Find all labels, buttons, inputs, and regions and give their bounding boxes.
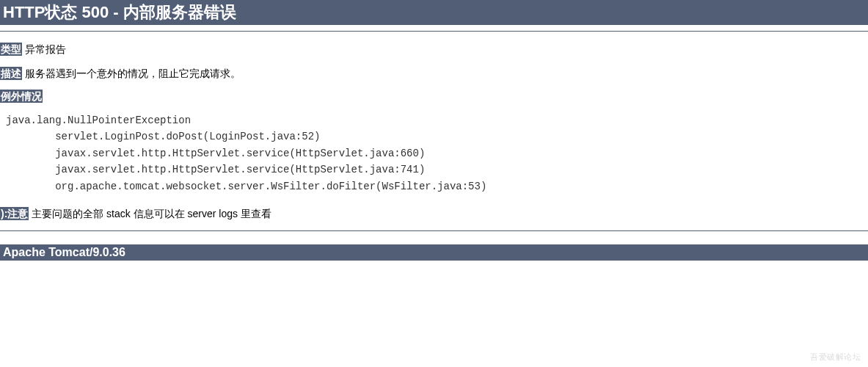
note-label: ):注意: [0, 207, 29, 220]
description-row: 描述 服务器遇到一个意外的情况，阻止它完成请求。: [0, 66, 868, 81]
type-label: 类型: [0, 43, 22, 56]
divider-bottom: [0, 230, 868, 231]
note-row: ):注意 主要问题的全部 stack 信息可以在 server logs 里查看: [0, 206, 868, 222]
server-footer: Apache Tomcat/9.0.36: [0, 244, 868, 261]
exception-section: 例外情况: [0, 90, 868, 103]
type-value: 异常报告: [25, 43, 66, 55]
divider-top: [0, 31, 868, 32]
page-title: HTTP状态 500 - 内部服务器错误: [0, 0, 868, 25]
type-row: 类型 异常报告: [0, 42, 868, 57]
note-value: 主要问题的全部 stack 信息可以在 server logs 里查看: [32, 208, 271, 219]
description-value: 服务器遇到一个意外的情况，阻止它完成请求。: [25, 68, 241, 79]
exception-label: 例外情况: [0, 90, 43, 103]
description-label: 描述: [0, 67, 22, 80]
exception-stack: java.lang.NullPointerException servlet.L…: [0, 112, 868, 195]
